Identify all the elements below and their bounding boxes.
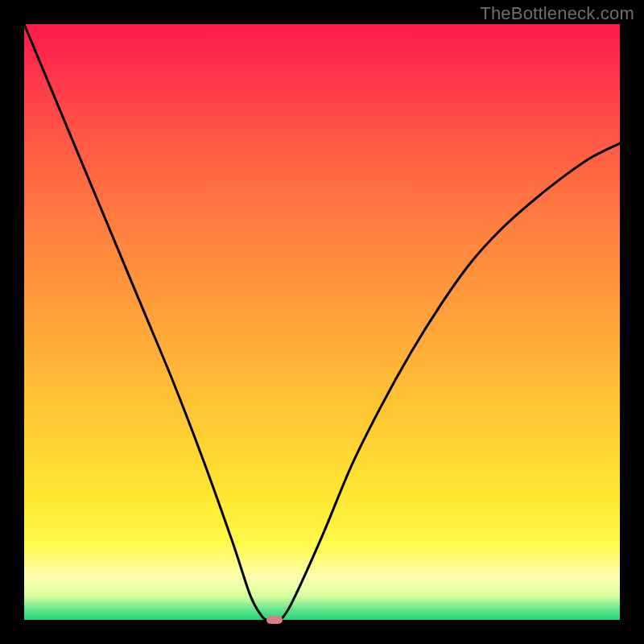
bottleneck-curve [24,24,620,620]
chart-frame: TheBottleneck.com [0,0,644,644]
optimum-marker [266,616,283,624]
plot-area [24,24,620,620]
curve-svg [24,24,620,620]
watermark-text: TheBottleneck.com [480,3,634,24]
